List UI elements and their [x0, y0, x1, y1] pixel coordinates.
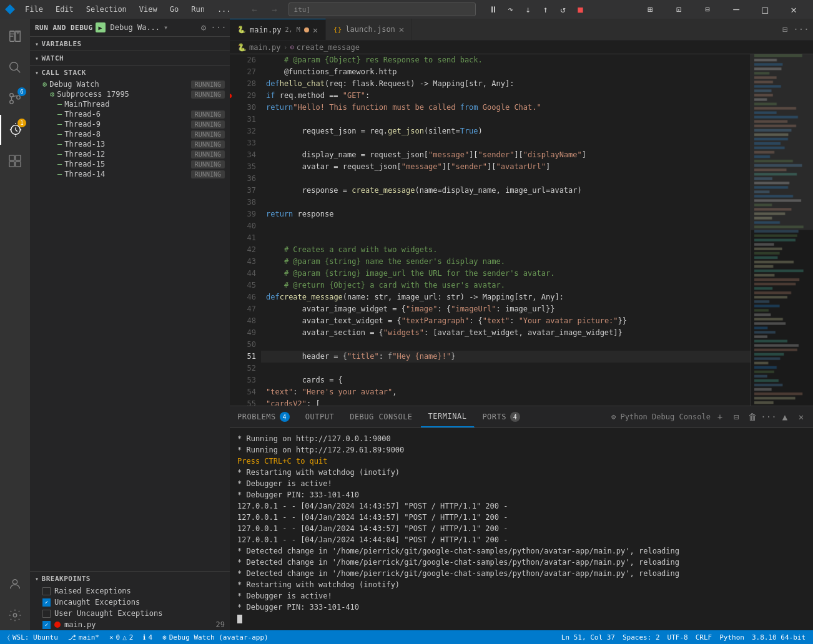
- step-into-btn[interactable]: ↓: [521, 2, 536, 16]
- callstack-item[interactable]: ―Thread-14RUNNING: [30, 169, 230, 179]
- watch-header[interactable]: ▾ WATCH: [30, 51, 230, 65]
- menu-more[interactable]: ...: [212, 4, 236, 15]
- status-eol[interactable]: CRLF: [693, 633, 715, 642]
- callstack-item[interactable]: ―Thread-9RUNNING: [30, 119, 230, 129]
- panel-tab-terminal[interactable]: TERMINAL: [421, 406, 475, 427]
- maximize-button[interactable]: □: [751, 0, 779, 19]
- callstack-item[interactable]: ―Thread-15RUNNING: [30, 159, 230, 169]
- panel-tab-debug-console[interactable]: DEBUG CONSOLE: [342, 406, 420, 427]
- callstack-item[interactable]: ―Thread-12RUNNING: [30, 149, 230, 159]
- bottom-panel: PROBLEMS 4 OUTPUT DEBUG CONSOLE TERMINAL…: [230, 406, 813, 630]
- status-info[interactable]: ℹ 4: [140, 633, 155, 642]
- editor-area: 🐍 main.py 2, M ✕ {} launch.json ✕ ⊟ ··· …: [230, 19, 813, 630]
- callstack-item[interactable]: ―Thread-13RUNNING: [30, 139, 230, 149]
- tab-launch-icon: {}: [333, 26, 342, 34]
- minimize-button[interactable]: ─: [722, 0, 751, 19]
- running-badge: RUNNING: [191, 140, 225, 149]
- callstack-header[interactable]: ▾ CALL STACK: [30, 66, 230, 79]
- wsl-icon: 〈: [7, 633, 10, 642]
- breakpoint-checkbox[interactable]: [42, 587, 51, 595]
- menu-file[interactable]: File: [20, 4, 48, 15]
- code-line: # @param {string} name the sender's disp…: [261, 256, 751, 268]
- debug-config-name[interactable]: Debug Wa...: [111, 23, 160, 32]
- breakpoint-checkbox[interactable]: [42, 598, 51, 607]
- more-tabs-icon[interactable]: ···: [794, 22, 808, 36]
- activity-search[interactable]: [0, 52, 30, 82]
- callstack-item-label: Thread-13: [64, 140, 191, 149]
- maximize-panel-icon[interactable]: ▲: [778, 410, 792, 424]
- tab-main-py-close[interactable]: ✕: [313, 26, 318, 34]
- split-terminal-icon[interactable]: ⊟: [729, 410, 743, 424]
- breakpoint-item[interactable]: User Uncaught Exceptions: [30, 608, 230, 619]
- layout-btn[interactable]: ⊡: [664, 0, 693, 19]
- status-spaces[interactable]: Spaces: 2: [620, 633, 663, 642]
- breadcrumb-file[interactable]: main.py: [249, 43, 281, 52]
- callstack-item[interactable]: ―MainThread: [30, 99, 230, 109]
- panel-tab-problems[interactable]: PROBLEMS 4: [230, 406, 298, 427]
- stop-btn[interactable]: ■: [573, 2, 588, 16]
- status-position[interactable]: Ln 51, Col 37: [559, 633, 618, 642]
- restart-btn[interactable]: ↺: [556, 2, 571, 16]
- panel-tab-output[interactable]: OUTPUT: [298, 406, 342, 427]
- python-version-label: 3.8.10 64-bit: [752, 633, 806, 642]
- line-number: 47: [230, 303, 256, 315]
- debug-session-label: Debug Watch (avatar-app): [169, 633, 269, 642]
- status-errors[interactable]: ✕ 0 △ 2: [107, 633, 136, 642]
- close-panel-icon[interactable]: ✕: [794, 410, 808, 424]
- status-git[interactable]: ⎇ main*: [66, 633, 102, 642]
- split-editor-right-icon[interactable]: ⊟: [778, 22, 792, 36]
- variables-header[interactable]: ▾ VARIABLES: [30, 37, 230, 51]
- status-debug-label[interactable]: ⚙ Debug Watch (avatar-app): [160, 633, 271, 642]
- panel-tab-ports[interactable]: PORTS 4: [475, 406, 528, 427]
- status-version[interactable]: 3.8.10 64-bit: [749, 633, 808, 642]
- step-over-btn[interactable]: ↷: [503, 2, 518, 16]
- debug-more-icon[interactable]: ···: [212, 21, 225, 34]
- callstack-item[interactable]: ―Thread-8RUNNING: [30, 129, 230, 139]
- menu-view[interactable]: View: [134, 4, 162, 15]
- debug-play-button[interactable]: ▶: [96, 22, 106, 32]
- breakpoints-header[interactable]: ▾ BREAKPOINTS: [30, 572, 230, 585]
- breakpoint-checkbox[interactable]: [42, 610, 51, 618]
- menu-go[interactable]: Go: [165, 4, 184, 15]
- breakpoint-item[interactable]: Uncaught Exceptions: [30, 597, 230, 608]
- step-out-btn[interactable]: ↑: [538, 2, 553, 16]
- breakpoint-checkbox[interactable]: [42, 621, 51, 629]
- warning-icon: △: [122, 633, 127, 642]
- terminal-more-icon[interactable]: ···: [762, 410, 776, 424]
- back-button[interactable]: ←: [246, 2, 264, 16]
- tab-launch-close[interactable]: ✕: [399, 25, 404, 34]
- breakpoint-item[interactable]: Raised Exceptions: [30, 585, 230, 597]
- debug-settings-icon[interactable]: ⚙: [197, 21, 210, 34]
- activity-debug[interactable]: 1: [0, 115, 30, 145]
- callstack-item[interactable]: ⚙Subprocess 17995RUNNING: [30, 89, 230, 99]
- status-encoding[interactable]: UTF-8: [665, 633, 691, 642]
- pause-btn[interactable]: ⏸: [486, 2, 501, 16]
- breadcrumb-function[interactable]: create_message: [297, 43, 360, 52]
- callstack-item[interactable]: ―Thread-6RUNNING: [30, 109, 230, 119]
- status-language[interactable]: Python: [717, 633, 747, 642]
- customize-layout-btn[interactable]: ⊟: [693, 0, 722, 19]
- callstack-item[interactable]: ⚙Debug WatchRUNNING: [30, 79, 230, 89]
- line-number: 30: [230, 102, 256, 114]
- close-button[interactable]: ✕: [779, 0, 808, 19]
- activity-explorer[interactable]: [0, 21, 30, 51]
- new-terminal-icon[interactable]: +: [713, 410, 727, 424]
- tab-main-py[interactable]: 🐍 main.py 2, M ✕: [230, 19, 326, 40]
- activity-accounts[interactable]: [0, 569, 30, 599]
- activity-settings[interactable]: [0, 600, 30, 630]
- search-bar[interactable]: itu]: [288, 2, 476, 16]
- tab-launch-json[interactable]: {} launch.json ✕: [326, 19, 412, 40]
- activity-source-control[interactable]: 6: [0, 84, 30, 114]
- breakpoint-item[interactable]: main.py29: [30, 619, 230, 630]
- code-content[interactable]: # @param {Object} res Response to send b…: [261, 54, 751, 406]
- activity-extensions[interactable]: [0, 146, 30, 176]
- terminal-content[interactable]: * Running on http://127.0.0.1:9000 * Run…: [230, 428, 813, 630]
- menu-selection[interactable]: Selection: [81, 4, 132, 15]
- split-editor-btn[interactable]: ⊞: [636, 0, 664, 19]
- menu-run[interactable]: Run: [186, 4, 210, 15]
- forward-button[interactable]: →: [266, 2, 283, 16]
- minimap[interactable]: [751, 54, 813, 406]
- kill-terminal-icon[interactable]: 🗑: [746, 410, 759, 424]
- status-wsl[interactable]: 〈 WSL: Ubuntu: [5, 633, 61, 642]
- menu-edit[interactable]: Edit: [51, 4, 79, 15]
